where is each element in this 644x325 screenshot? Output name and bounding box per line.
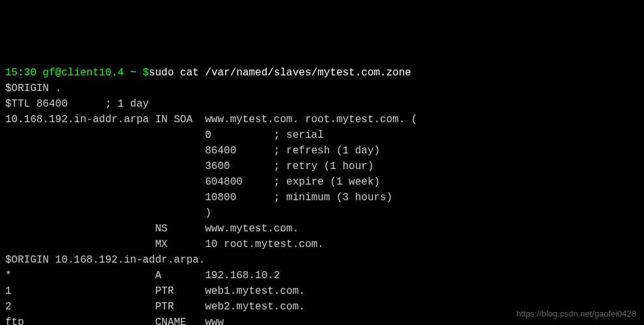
output-line: 1 PTR web1.mytest.com. [5,285,305,297]
output-line: 604800 ; expire (1 week) [5,176,380,188]
output-line: 10800 ; minimum (3 hours) [5,192,392,203]
output-line: 3600 ; retry (1 hour) [5,161,374,172]
output-line: $ORIGIN 10.168.192.in-addr.arpa. [5,254,205,266]
prompt-dollar: $ [142,67,149,79]
output-line: 0 ; serial [5,129,324,141]
output-line: * A 192.168.10.2 [5,270,280,281]
output-line: NS www.mytest.com. [5,223,299,235]
output-line: ftp CNAME www [5,317,224,325]
output-line: 2 PTR web2.mytest.com. [5,301,305,313]
output-line: 86400 ; refresh (1 day) [5,145,380,157]
prompt-time: 15:30 [5,67,36,79]
prompt-path: ~ [130,67,142,79]
output-line: ) [5,207,211,219]
prompt-userhost: gf@client10.4 [36,67,130,79]
output-line: MX 10 root.mytest.com. [5,239,324,250]
command-text: sudo cat /var/named/slaves/mytest.com.zo… [149,67,411,79]
output-line: 10.168.192.in-addr.arpa IN SOA www.mytes… [5,114,418,125]
output-line: $ORIGIN . [5,83,61,94]
terminal-output[interactable]: 15:30 gf@client10.4 ~ $sudo cat /var/nam… [5,65,639,325]
output-line: $TTL 86400 ; 1 day [5,98,149,110]
watermark-text: https://blog.csdn.net/gaofei0428 [517,307,636,320]
